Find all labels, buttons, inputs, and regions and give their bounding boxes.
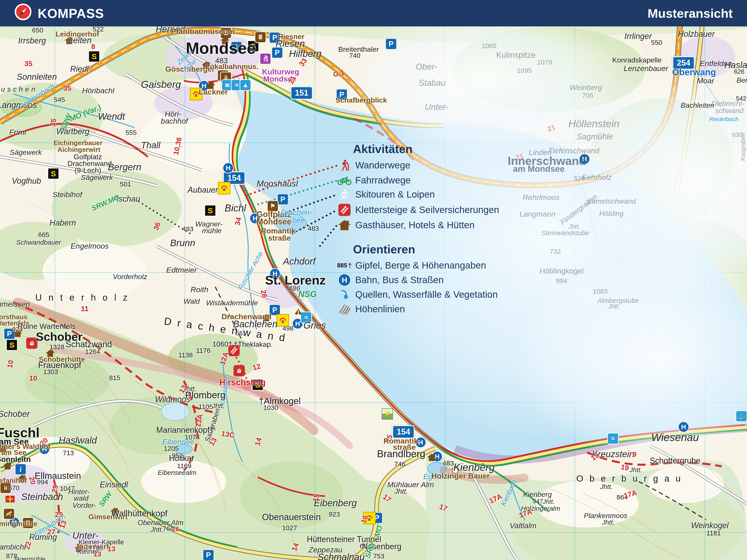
- kompass-logo-icon: [14, 3, 32, 24]
- page-title: Musteransicht: [647, 6, 733, 21]
- brand-name: KOMPASS: [37, 6, 104, 21]
- map-canvas: 151154154254 PPPPPPPPPHHHHHHHHHHHSSSSSSi…: [0, 0, 747, 560]
- map-graphics: [0, 0, 747, 560]
- header-bar: KOMPASS Musteransicht: [0, 0, 747, 26]
- brand: KOMPASS: [14, 3, 104, 24]
